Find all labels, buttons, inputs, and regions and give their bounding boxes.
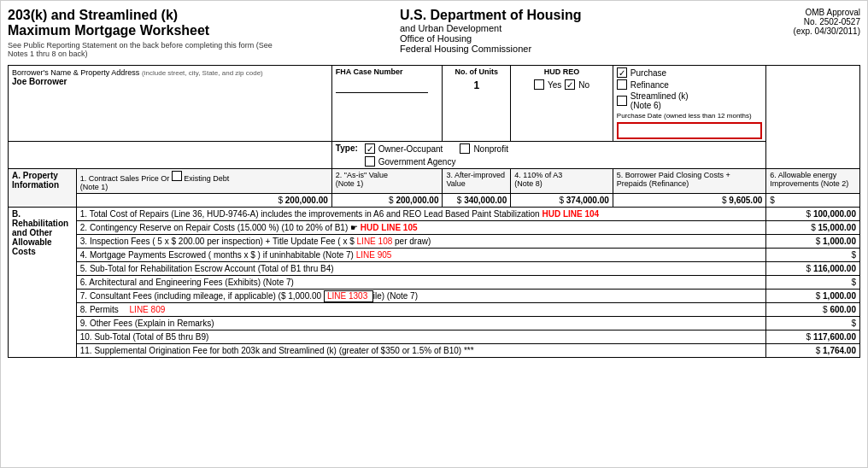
rehab-desc-7: 7. Consultant Fees (including mileage, i… [76, 290, 766, 303]
main-table: Borrower's Name & Property Address (incl… [8, 65, 860, 358]
fha-case-input[interactable] [336, 79, 429, 93]
rehab-row-4: 4. Mortgage Payments Escrowed ( months x… [9, 249, 860, 262]
prop-col1-value: $ 200,000.00 [76, 194, 331, 208]
rehab-amount-10: $ 117,600.00 [766, 331, 860, 344]
streamlined-option: Streamlined (k) (Note 6) [617, 91, 762, 110]
rehab-row-3: 3. Inspection Fees ( 5 x $ 200.00 per in… [9, 235, 860, 249]
rehab-desc-2: 2. Contingency Reserve on Repair Costs (… [76, 221, 766, 235]
borrower-cell: Borrower's Name & Property Address (incl… [9, 66, 332, 142]
type-cell: Type: Owner-Occupant Nonprofit [331, 142, 765, 169]
nonprofit-label: Nonprofit [473, 144, 508, 154]
rehab-row-10: 10. Sub-Total (Total of B5 thru B9) $ 11… [9, 331, 860, 344]
rehab-amount-2: $ 15,000.00 [766, 221, 860, 235]
purchase-date-box[interactable] [617, 122, 762, 139]
right-options: Purchase Refinance Streamlined (k) (Note… [617, 67, 762, 139]
line-108: LINE 108 [357, 237, 393, 246]
line-809: LINE 809 [130, 305, 166, 314]
rehab-amount-3: $ 1,000.00 [766, 235, 860, 249]
dept-sub3: Federal Housing Commissioner [400, 44, 605, 54]
borrower-label: Borrower's Name & Property Address [12, 68, 139, 77]
prop-col3-value: $ 340,000.00 [443, 194, 511, 208]
rehab-amount-7: $ 1,000.00 [766, 290, 860, 303]
rehab-desc-3: 3. Inspection Fees ( 5 x $ 200.00 per in… [76, 235, 766, 249]
header-right: OMB Approval No. 2502-0527 (exp. 04/30/2… [707, 8, 860, 58]
rehab-amount-6: $ [766, 276, 860, 290]
govt-agency-checkbox[interactable] [365, 156, 375, 167]
loan-type-cell: Purchase Refinance Streamlined (k) (Note… [613, 66, 765, 142]
streamlined-label: Streamlined (k) (Note 6) [630, 91, 689, 110]
hud-reo-label: HUD REO [514, 67, 609, 76]
rehab-row-7: 7. Consultant Fees (including mileage, i… [9, 290, 860, 303]
top-info-row: Borrower's Name & Property Address (incl… [9, 66, 860, 142]
rehab-amount-11: $ 1,764.00 [766, 344, 860, 358]
hud-line-105: HUD LINE 105 [361, 223, 418, 232]
refinance-checkbox[interactable] [617, 79, 627, 90]
hud-reo-cell: HUD REO Yes No [511, 66, 613, 142]
rehab-amount-5: $ 116,000.00 [766, 262, 860, 276]
prop-col5-value: $ 9,605.00 [613, 194, 765, 208]
dept-name: U.S. Department of Housing [400, 8, 605, 23]
fha-label: FHA Case Number [336, 67, 439, 76]
rehab-amount-8: $ 600.00 [766, 303, 860, 317]
owner-occupant-label: Owner-Occupant [378, 144, 443, 154]
rehab-section-label: B. Rehabilitation and Other Allowable Co… [9, 208, 77, 358]
prop-col5-header: 5. Borrower Paid Closing Costs + Prepaid… [613, 169, 765, 194]
type-label: Type: [336, 143, 358, 153]
rehab-desc-8: 8. Permits LINE 809 [76, 303, 766, 317]
rehab-row-1: B. Rehabilitation and Other Allowable Co… [9, 208, 860, 221]
rehab-desc-10: 10. Sub-Total (Total of B5 thru B9) [76, 331, 766, 344]
line-1303-box: LINE 1303 [324, 290, 373, 302]
rehab-row-6: 6. Architectural and Engineering Fees (E… [9, 276, 860, 290]
prop-col6-value: $ [766, 194, 860, 208]
units-value: 1 [446, 79, 507, 91]
line-905: LINE 905 [356, 250, 392, 260]
no-checkbox[interactable] [565, 79, 575, 90]
refinance-option: Refinance [617, 79, 762, 90]
purchase-option: Purchase [617, 67, 762, 78]
rehab-row-8: 8. Permits LINE 809 $ 600.00 [9, 303, 860, 317]
header-center: U.S. Department of Housing and Urban Dev… [383, 8, 605, 58]
nonprofit-checkbox[interactable] [460, 143, 470, 154]
rehab-desc-9: 9. Other Fees (Explain in Remarks) [76, 317, 766, 331]
omb-line2: No. 2502-0527 [707, 17, 860, 26]
rehab-desc-1: 1. Total Cost of Repairs (Line 36, HUD-9… [76, 208, 766, 221]
yes-label: Yes [548, 80, 561, 90]
type-cell-empty [9, 142, 332, 169]
rehab-row-9: 9. Other Fees (Explain in Remarks) $ [9, 317, 860, 331]
purchase-date-label: Purchase Date (owned less than 12 months… [617, 112, 762, 120]
borrower-name: Joe Borrower [12, 77, 67, 86]
rehab-desc-6: 6. Architectural and Engineering Fees (E… [76, 276, 766, 290]
rehab-amount-4: $ [766, 249, 860, 262]
prop-col2-header: 2. "As-is" Value (Note 1) [331, 169, 443, 194]
prop-col4-value: $ 374,000.00 [511, 194, 613, 208]
streamlined-checkbox[interactable] [617, 96, 627, 106]
prop-col2-value: $ 200,000.00 [331, 194, 443, 208]
rehab-row-5: 5. Sub-Total for Rehabilitation Escrow A… [9, 262, 860, 276]
existing-debt-checkbox[interactable] [172, 171, 182, 181]
no-label: No [578, 80, 589, 90]
govt-agency-label: Government Agency [378, 157, 456, 167]
units-label: No. of Units [446, 67, 507, 76]
subtitle: See Public Reporting Statement on the ba… [8, 41, 281, 58]
header: 203(k) and Streamlined (k) Maximum Mortg… [8, 8, 860, 58]
purchase-label: Purchase [630, 68, 666, 78]
rehab-amount-1: $ 100,000.00 [766, 208, 860, 221]
yes-checkbox[interactable] [534, 79, 544, 90]
omb-line3: (exp. 04/30/2011) [707, 26, 860, 36]
rehab-amount-9: $ [766, 317, 860, 331]
refinance-label: Refinance [630, 80, 669, 90]
owner-occupant-checkbox[interactable] [365, 143, 375, 154]
prop-col6-header: 6. Allowable energy Improvements (Note 2… [766, 169, 860, 194]
prop-col1-header: 1. Contract Sales Price Or Existing Debt… [76, 169, 331, 194]
rehab-row-2: 2. Contingency Reserve on Repair Costs (… [9, 221, 860, 235]
page: 203(k) and Streamlined (k) Maximum Mortg… [0, 0, 868, 468]
rehab-desc-11: 11. Supplemental Origination Fee for bot… [76, 344, 766, 358]
rehab-desc-5: 5. Sub-Total for Rehabilitation Escrow A… [76, 262, 766, 276]
borrower-hint: (include street, city, State, and zip co… [142, 69, 263, 77]
units-cell: No. of Units 1 [443, 66, 511, 142]
purchase-checkbox[interactable] [617, 67, 627, 78]
prop-col4-header: 4. 110% of A3 (Note 8) [511, 169, 613, 194]
hud-line-104: HUD LINE 104 [542, 209, 599, 219]
property-section-label: A. Property Information [9, 169, 77, 208]
type-row: Type: Owner-Occupant Nonprofit [9, 142, 860, 169]
